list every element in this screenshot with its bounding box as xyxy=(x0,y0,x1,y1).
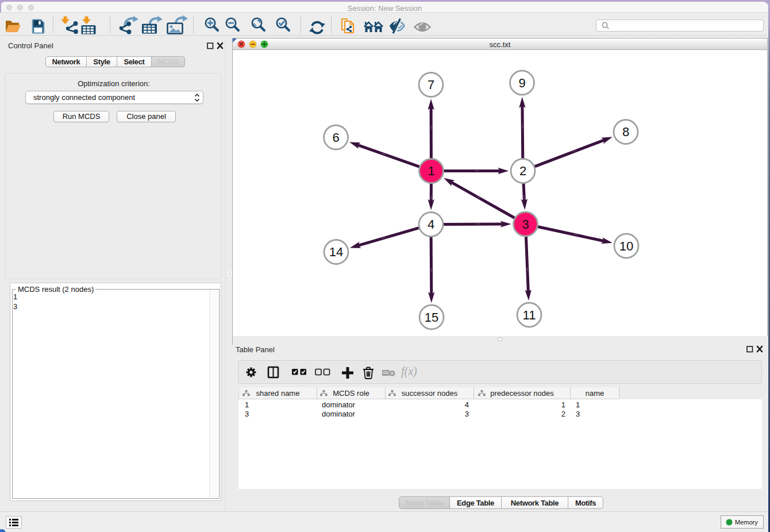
svg-text:6: 6 xyxy=(332,130,339,145)
svg-text:1: 1 xyxy=(428,164,434,178)
svg-text:10: 10 xyxy=(619,239,633,253)
svg-text:15: 15 xyxy=(425,310,438,325)
svg-text:14: 14 xyxy=(329,245,343,259)
svg-text:4: 4 xyxy=(428,217,434,232)
svg-text:2: 2 xyxy=(519,164,526,178)
svg-text:8: 8 xyxy=(622,125,629,139)
svg-text:7: 7 xyxy=(428,78,434,92)
svg-text:3: 3 xyxy=(522,217,529,232)
svg-text:11: 11 xyxy=(523,308,536,322)
svg-text:9: 9 xyxy=(518,76,525,90)
